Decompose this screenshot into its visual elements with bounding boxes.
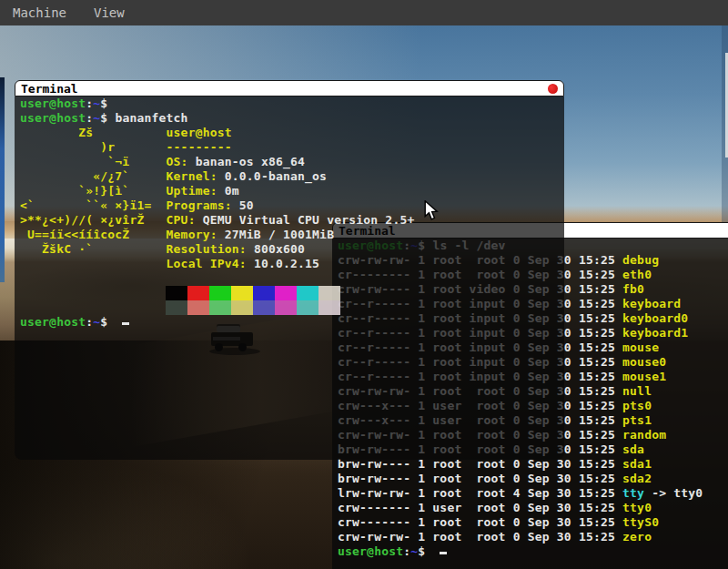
listing-line: crw------- 1 user root 0 Sep 30 15:25 tt… — [338, 501, 728, 515]
terminal-window-bananfetch: Terminal user@host:~$ user@host:~$ banan… — [15, 80, 564, 460]
fetch-line: <` ``« ×}ï1= Programs: 50 — [20, 198, 564, 213]
listing-line: crw-rw-rw- 1 root root 0 Sep 30 15:25 ze… — [338, 530, 728, 544]
fetch-line: U==íï<<ííîcocŽ Memory: 27MiB / 1001MiB — [20, 228, 564, 242]
fetch-line: ŽškC ·` Resolution: 800x600 — [20, 242, 564, 257]
palette-row-normal — [166, 286, 564, 300]
palette-row-bright — [166, 300, 564, 315]
listing-line: crw------- 1 root root 0 Sep 30 15:25 tt… — [338, 515, 728, 530]
prompt-line: user@host:~$ — [338, 544, 728, 559]
prompt-line: user@host:~$ — [20, 315, 564, 330]
palette-swatch — [275, 300, 297, 315]
fetch-line: Zš user@host — [20, 126, 564, 140]
listing-line: lrw-rw-rw- 1 root root 4 Sep 30 15:25 tt… — [338, 486, 728, 501]
palette-swatch — [166, 286, 187, 300]
text-cursor — [122, 322, 129, 325]
fetch-line: Local IPv4: 10.0.2.15 — [20, 257, 564, 271]
blank-line — [20, 271, 564, 286]
fetch-line: `¬ï OS: banan-os x86_64 — [20, 155, 564, 169]
prompt-line: user@host:~$ — [20, 97, 564, 111]
palette-swatch — [297, 286, 318, 300]
palette-swatch — [209, 300, 231, 315]
palette-swatch — [166, 300, 187, 315]
window-title: Terminal — [21, 82, 78, 96]
palette-swatch — [187, 286, 209, 300]
listing-line: brw-rw---- 1 root root 0 Sep 30 15:25 sd… — [338, 472, 728, 486]
fetch-line: «/¿7` Kernel: 0.0.0-banan_os — [20, 169, 564, 184]
palette-swatch — [318, 286, 340, 300]
palette-swatch — [253, 300, 275, 315]
palette-swatch — [275, 286, 297, 300]
palette-swatch — [253, 286, 275, 300]
palette-swatch — [231, 286, 253, 300]
text-cursor — [440, 552, 447, 554]
left-edge-blue-strip — [0, 77, 5, 282]
prompt-line: user@host:~$ bananfetch — [20, 111, 564, 126]
menu-item-machine[interactable]: Machine — [13, 5, 66, 20]
palette-swatch — [187, 300, 209, 315]
fetch-line: )r --------- — [20, 140, 564, 155]
close-button[interactable] — [548, 84, 558, 94]
window-titlebar[interactable]: Terminal — [15, 80, 564, 97]
palette-swatch — [209, 286, 231, 300]
fetch-line: >**¿<+)//( ×¿vîrŽ CPU: QEMU Virtual CPU … — [20, 213, 564, 228]
terminal-output[interactable]: user@host:~$ user@host:~$ bananfetch Zš … — [15, 97, 564, 460]
palette-swatch — [318, 300, 340, 315]
menu-item-view[interactable]: View — [94, 5, 125, 20]
palette-swatch — [231, 300, 253, 315]
fetch-line: `»!}[ì` Uptime: 0m — [20, 184, 564, 198]
palette-swatch — [297, 300, 318, 315]
vm-menubar: Machine View — [0, 0, 728, 25]
mouse-cursor-icon — [424, 200, 440, 226]
